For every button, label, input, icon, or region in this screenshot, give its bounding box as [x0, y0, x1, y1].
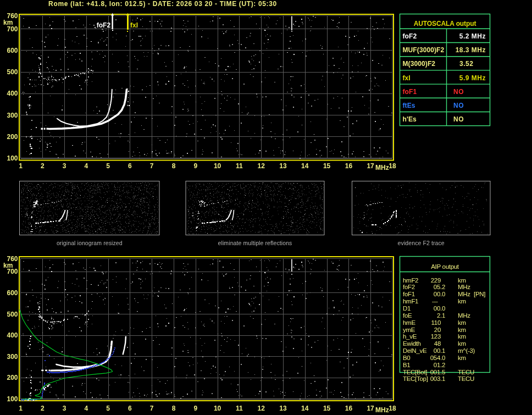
- svg-text:18.3 MHz: 18.3 MHz: [456, 46, 486, 54]
- svg-text:MUF(3000)F2: MUF(3000)F2: [403, 46, 445, 54]
- svg-text:Ewidth: Ewidth: [403, 340, 421, 347]
- svg-text:4: 4: [85, 162, 88, 170]
- svg-text:TECU: TECU: [458, 375, 474, 382]
- svg-text:MHz: MHz: [458, 284, 470, 290]
- svg-text:600: 600: [7, 289, 18, 297]
- svg-text:18: 18: [389, 405, 396, 412]
- svg-text:TEC[Bot]: TEC[Bot]: [403, 369, 427, 375]
- svg-text:054.0: 054.0: [430, 355, 445, 361]
- svg-text:8: 8: [172, 162, 176, 170]
- svg-text:km: km: [458, 319, 466, 326]
- svg-text:5.2 MHz: 5.2 MHz: [459, 32, 486, 40]
- svg-text:18: 18: [389, 162, 396, 170]
- svg-text:4: 4: [85, 405, 88, 412]
- svg-text:7: 7: [150, 405, 154, 412]
- svg-text:hmF1: hmF1: [403, 298, 418, 305]
- svg-text:hmF2: hmF2: [403, 277, 418, 284]
- svg-text:km: km: [458, 333, 466, 340]
- svg-text:h'Es: h'Es: [403, 115, 417, 123]
- svg-text:17: 17: [367, 405, 374, 412]
- svg-text:13: 13: [279, 405, 287, 412]
- svg-text:400: 400: [7, 90, 18, 97]
- svg-text:fxI: fxI: [403, 74, 411, 82]
- svg-text:9: 9: [193, 405, 197, 412]
- svg-text:10: 10: [214, 162, 221, 170]
- svg-text:foF2: foF2: [97, 21, 111, 29]
- svg-text:1: 1: [19, 162, 23, 170]
- svg-text:km: km: [3, 19, 13, 26]
- svg-text:[PN]: [PN]: [474, 291, 485, 297]
- svg-text:km: km: [458, 277, 466, 284]
- svg-text:NO: NO: [453, 88, 464, 96]
- svg-text:01.2: 01.2: [434, 362, 445, 368]
- svg-text:300: 300: [7, 353, 18, 361]
- svg-text:110: 110: [431, 319, 441, 326]
- svg-text:MHz: MHz: [375, 406, 389, 414]
- svg-text:km: km: [458, 355, 466, 361]
- svg-text:B0: B0: [403, 355, 410, 361]
- svg-text:TEC[Top]: TEC[Top]: [403, 375, 428, 382]
- svg-text:15: 15: [323, 162, 331, 170]
- svg-text:evidence F2 trace: evidence F2 trace: [398, 240, 445, 246]
- svg-text:foE: foE: [403, 312, 412, 319]
- svg-text:00.1: 00.1: [434, 347, 445, 354]
- svg-text:3: 3: [63, 162, 66, 170]
- svg-text:original ionogram resized: original ionogram resized: [57, 240, 123, 246]
- svg-text:2: 2: [41, 162, 45, 170]
- svg-text:Rome (lat: +41.8, lon: 012.5): Rome (lat: +41.8, lon: 012.5) - DATE: 20…: [48, 0, 277, 8]
- svg-text:AIP output: AIP output: [431, 263, 459, 270]
- svg-text:100: 100: [7, 154, 18, 162]
- svg-text:NO: NO: [453, 102, 464, 109]
- svg-text:foF1: foF1: [403, 88, 417, 96]
- svg-text:9: 9: [193, 162, 197, 170]
- svg-text:003.1: 003.1: [430, 375, 445, 382]
- svg-text:500: 500: [7, 68, 18, 76]
- svg-text:km: km: [458, 327, 466, 333]
- svg-text:17: 17: [367, 162, 374, 170]
- svg-text:2: 2: [41, 405, 45, 412]
- svg-text:500: 500: [7, 311, 18, 318]
- svg-text:3.52: 3.52: [459, 60, 473, 68]
- svg-text:TECU: TECU: [458, 369, 474, 375]
- svg-text:D1: D1: [403, 305, 411, 312]
- svg-text:16: 16: [345, 405, 353, 412]
- svg-text:m^(-3): m^(-3): [458, 347, 475, 354]
- svg-text:400: 400: [7, 331, 18, 339]
- svg-text:20: 20: [434, 327, 441, 333]
- svg-text:15: 15: [323, 405, 331, 412]
- svg-text:km: km: [3, 262, 13, 269]
- svg-text:200: 200: [7, 133, 18, 141]
- svg-text:14: 14: [301, 405, 309, 412]
- svg-text:B1: B1: [403, 362, 410, 368]
- svg-text:12: 12: [258, 405, 265, 412]
- svg-text:eliminate multiple reflections: eliminate multiple reflections: [218, 240, 292, 246]
- svg-text:13: 13: [279, 162, 287, 170]
- svg-text:11: 11: [236, 405, 243, 412]
- svg-text:05.2: 05.2: [434, 284, 445, 290]
- svg-text:foF1: foF1: [403, 291, 415, 297]
- svg-text:MHz: MHz: [458, 312, 470, 319]
- svg-text:ymE: ymE: [403, 327, 415, 333]
- svg-text:00.0: 00.0: [434, 305, 445, 312]
- svg-text:3: 3: [63, 405, 66, 412]
- svg-text:6: 6: [128, 162, 132, 170]
- svg-text:1: 1: [19, 405, 23, 412]
- svg-text:14: 14: [301, 162, 309, 170]
- svg-text:---: ---: [432, 298, 438, 305]
- svg-text:ftEs: ftEs: [403, 102, 415, 109]
- svg-text:2.1: 2.1: [437, 312, 445, 319]
- svg-text:100: 100: [7, 395, 18, 403]
- svg-text:10: 10: [214, 405, 221, 412]
- svg-text:600: 600: [7, 47, 18, 54]
- svg-text:229: 229: [431, 277, 441, 284]
- svg-text:MHz: MHz: [375, 164, 389, 171]
- svg-text:123: 123: [431, 333, 441, 340]
- svg-text:h_vE: h_vE: [403, 333, 417, 340]
- svg-text:5: 5: [106, 162, 110, 170]
- svg-text:00.0: 00.0: [434, 291, 445, 297]
- svg-text:5.9 MHz: 5.9 MHz: [459, 74, 486, 82]
- svg-text:hmE: hmE: [403, 319, 415, 326]
- svg-text:12: 12: [258, 162, 265, 170]
- svg-text:fxI: fxI: [130, 21, 138, 29]
- svg-text:200: 200: [7, 374, 18, 381]
